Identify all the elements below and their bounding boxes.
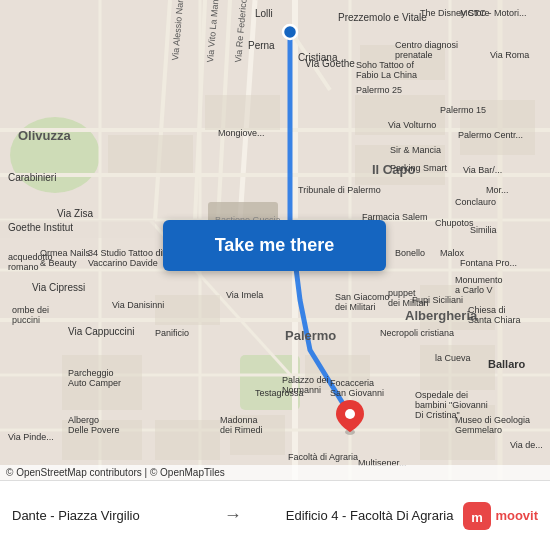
puppet-label: puppetdei Militari xyxy=(388,288,429,308)
parcheggio-label: ParcheggioAuto Camper xyxy=(68,368,121,388)
via-roma-label: Via Roma xyxy=(490,50,529,60)
lolli-label: Lolli xyxy=(255,8,273,19)
palermo25-label: Palermo 25 xyxy=(356,85,402,95)
map-attribution: © OpenStreetMap contributors | © OpenMap… xyxy=(0,465,550,480)
mor-label: Mor... xyxy=(486,185,509,195)
moovit-text: moovit xyxy=(495,508,538,523)
prezzemolo-label: Prezzemolo e Vitale xyxy=(338,12,427,23)
moovit-icon: m xyxy=(463,502,491,530)
sir-mancia-label: Sir & Mancia xyxy=(390,145,441,155)
moovit-logo: m moovit xyxy=(463,502,538,530)
focacceria-label: FocacceriaSan Giovanni xyxy=(330,378,384,398)
albergo-label: AlbergoDelle Povere xyxy=(68,415,120,435)
svg-rect-35 xyxy=(420,345,495,390)
palermo-label: Palermo xyxy=(285,328,336,343)
carabinieri-label: Carabinieri xyxy=(8,172,56,183)
map-container: Olivuzza Il Capo Albergheria Ballaro Pal… xyxy=(0,0,550,480)
necropoli-label: Necropoli cristiana xyxy=(380,328,454,338)
palermo-centro-label: Palermo Centr... xyxy=(458,130,523,140)
via-danisinni-label: Via Danisinni xyxy=(112,300,164,310)
via-goethe-label: Via Goethe xyxy=(305,58,355,69)
chiesa-label: Chiesa diSanta Chiara xyxy=(468,305,521,325)
museo-geologia-label: Museo di GeologiaGemmelaro xyxy=(455,415,530,435)
panificio-label: Panificio xyxy=(155,328,189,338)
svg-rect-22 xyxy=(108,135,193,173)
facolta-label: Facoltà di Agraria xyxy=(288,452,358,462)
route-from: Dante - Piazza Virgilio xyxy=(12,508,216,523)
similia-label: Similia xyxy=(470,225,497,235)
svg-point-40 xyxy=(283,25,297,39)
mongiove-label: Mongiove... xyxy=(218,128,265,138)
centro-diagnosi-label: Centro diagnosiprenatale xyxy=(395,40,458,60)
olivuzza-label: Olivuzza xyxy=(18,128,71,143)
palermo15-label: Palermo 15 xyxy=(440,105,486,115)
bonello-label: Bonello xyxy=(395,248,425,258)
soho-tattoo-label: Soho Tattoo ofFabio La China xyxy=(356,60,417,80)
monumento-label: Monumentoa Carlo V xyxy=(455,275,503,295)
disney-label: The Disney Store xyxy=(420,8,490,18)
san-giacomo-label: San Giacomodei Militari xyxy=(335,292,390,312)
via-cappuccini-label: Via Cappuccini xyxy=(68,326,135,337)
malox-label: Malox xyxy=(440,248,464,258)
via-zisa-label: Via Zisa xyxy=(57,208,93,219)
ormea-label: Ormea Nails& Beauty xyxy=(40,248,90,268)
la-cueva-label: la Cueva xyxy=(435,353,471,363)
bottom-bar: Dante - Piazza Virgilio → Edificio 4 - F… xyxy=(0,480,550,550)
via-cipressi-label: Via Cipressi xyxy=(32,282,85,293)
take-me-there-button[interactable]: Take me there xyxy=(163,220,386,271)
via-de-label: Via de... xyxy=(510,440,543,450)
parking-smart-label: Parking Smart xyxy=(390,163,447,173)
via-imela-label: Via Imela xyxy=(226,290,263,300)
tribunale-label: Tribunale di Palermo xyxy=(298,185,381,195)
albergheria-label: Albergheria xyxy=(405,308,477,323)
svg-point-39 xyxy=(345,409,355,419)
via-bar-label: Via Bar/... xyxy=(463,165,502,175)
fontana-label: Fontana Pro... xyxy=(460,258,517,268)
goethe-institut-label: Goethe Institut xyxy=(8,222,73,233)
svg-rect-31 xyxy=(155,420,220,460)
chupotos-label: Chupotos xyxy=(435,218,474,228)
svg-rect-23 xyxy=(205,95,280,130)
route-arrow: → xyxy=(216,505,250,526)
studio-tattoo-label: 34 Studio Tattoo diVaccarino Davide xyxy=(88,248,162,268)
ballaro-label: Ballaro xyxy=(488,358,525,370)
via-volturno-label: Via Volturno xyxy=(388,120,436,130)
perna-label: Perna xyxy=(248,40,275,51)
svg-rect-28 xyxy=(155,295,220,325)
ombe-label: ombe deipuccini xyxy=(12,305,49,325)
conclauro-label: Conclauro xyxy=(455,197,496,207)
via-pinde-label: Via Pinde... xyxy=(8,432,54,442)
route-to: Edificio 4 - Facoltà Di Agraria xyxy=(250,508,454,523)
testagrossa-label: Testagrossa xyxy=(255,388,304,398)
attribution-text: © OpenStreetMap contributors | © OpenMap… xyxy=(6,467,225,478)
svg-text:m: m xyxy=(472,510,484,525)
madonna-label: Madonnadei Rimedi xyxy=(220,415,263,435)
